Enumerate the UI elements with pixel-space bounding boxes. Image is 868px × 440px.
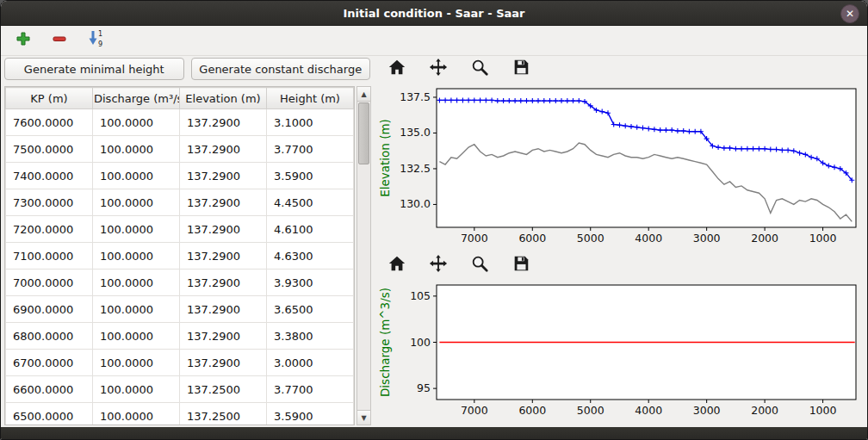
close-icon: ✕ xyxy=(846,9,854,19)
svg-text:2000: 2000 xyxy=(751,232,778,245)
table-cell[interactable]: 100.0000 xyxy=(93,216,180,243)
table-cell[interactable]: 4.6100 xyxy=(267,216,354,243)
zoom-button[interactable] xyxy=(468,253,492,277)
table-cell[interactable]: 3.7700 xyxy=(267,136,354,163)
table-cell[interactable]: 100.0000 xyxy=(93,376,180,403)
table-cell[interactable]: 100.0000 xyxy=(93,243,180,270)
table-row[interactable]: 7000.0000100.0000137.29003.9300 xyxy=(6,270,354,296)
generate-buttons-row: Generate minimal height Generate constan… xyxy=(1,55,374,85)
table-cell[interactable]: 3.3800 xyxy=(267,323,354,350)
table-cell[interactable]: 137.2900 xyxy=(180,323,267,350)
table-row[interactable]: 7400.0000100.0000137.29003.5900 xyxy=(6,163,354,189)
scroll-down-button[interactable]: ▼ xyxy=(357,410,370,425)
home-icon xyxy=(388,254,406,276)
table-cell[interactable]: 6600.0000 xyxy=(6,376,93,403)
table-cell[interactable]: 6800.0000 xyxy=(6,323,93,350)
table-cell[interactable]: 4.6300 xyxy=(267,243,354,270)
table-cell[interactable]: 7000.0000 xyxy=(6,270,93,296)
table-cell[interactable]: 7200.0000 xyxy=(6,216,93,243)
table-cell[interactable]: 3.1000 xyxy=(267,109,354,136)
save-button[interactable] xyxy=(509,253,533,277)
scroll-up-button[interactable]: ▲ xyxy=(357,87,370,102)
table-cell[interactable]: 137.2900 xyxy=(180,109,267,136)
table-cell[interactable]: 137.2900 xyxy=(180,243,267,270)
table-cell[interactable]: 7300.0000 xyxy=(6,189,93,216)
home-button[interactable] xyxy=(385,57,409,81)
table-row[interactable]: 7300.0000100.0000137.29004.4500 xyxy=(6,189,354,216)
svg-text:1000: 1000 xyxy=(809,404,837,417)
table-cell[interactable]: 4.4500 xyxy=(267,189,354,216)
table-row[interactable]: 6700.0000100.0000137.29003.0000 xyxy=(6,350,354,376)
elevation-chart[interactable]: 7000600050004000300020001000130.0132.513… xyxy=(376,83,864,251)
svg-text:130.0: 130.0 xyxy=(400,197,431,210)
table-cell[interactable]: 3.5900 xyxy=(267,403,354,426)
home-button[interactable] xyxy=(385,253,409,277)
table-cell[interactable]: 137.2900 xyxy=(180,296,267,323)
table-row[interactable]: 6600.0000100.0000137.25003.7700 xyxy=(6,376,354,403)
table-cell[interactable]: 137.2900 xyxy=(180,136,267,163)
save-button[interactable] xyxy=(509,57,533,81)
table-cell[interactable]: 137.2900 xyxy=(180,350,267,376)
main-toolbar: 1 9 xyxy=(1,26,867,56)
table-cell[interactable]: 100.0000 xyxy=(93,109,180,136)
table-scrollbar[interactable]: ▲ ▼ xyxy=(356,86,371,425)
table-cell[interactable]: 3.0000 xyxy=(267,350,354,376)
table-cell[interactable]: 137.2900 xyxy=(180,216,267,243)
table-cell[interactable]: 137.2500 xyxy=(180,403,267,426)
table-row[interactable]: 6800.0000100.0000137.29003.3800 xyxy=(6,323,354,350)
table-cell[interactable]: 3.5900 xyxy=(267,163,354,189)
table-cell[interactable]: 7400.0000 xyxy=(6,163,93,189)
table-cell[interactable]: 100.0000 xyxy=(93,403,180,426)
column-header-height[interactable]: Height (m) xyxy=(267,88,354,109)
zoom-button[interactable] xyxy=(468,57,492,81)
sort-button[interactable]: 1 9 xyxy=(84,28,108,53)
table-cell[interactable]: 137.2900 xyxy=(180,163,267,189)
table-cell[interactable]: 7500.0000 xyxy=(6,136,93,163)
initial-condition-table: KP (m) Discharge (m³/s) Elevation (m) He… xyxy=(4,86,355,425)
table-row[interactable]: 7200.0000100.0000137.29004.6100 xyxy=(6,216,354,243)
table-row[interactable]: 7100.0000100.0000137.29004.6300 xyxy=(6,243,354,270)
table-cell[interactable]: 137.2500 xyxy=(180,376,267,403)
remove-row-button[interactable] xyxy=(47,28,71,53)
table-cell[interactable]: 7600.0000 xyxy=(6,109,93,136)
generate-minimal-height-button[interactable]: Generate minimal height xyxy=(4,58,184,80)
pan-icon xyxy=(429,254,448,276)
table-cell[interactable]: 100.0000 xyxy=(93,323,180,350)
table-cell[interactable]: 6500.0000 xyxy=(6,403,93,426)
close-button[interactable]: ✕ xyxy=(840,4,859,23)
table-cell[interactable]: 100.0000 xyxy=(93,350,180,376)
column-header-elevation[interactable]: Elevation (m) xyxy=(180,88,267,109)
table-row[interactable]: 7500.0000100.0000137.29003.7700 xyxy=(6,136,354,163)
discharge-chart[interactable]: 700060005000400030002000100095100105Disc… xyxy=(376,279,864,424)
elevation-figure: 7000600050004000300020001000130.0132.513… xyxy=(376,83,865,251)
column-header-discharge[interactable]: Discharge (m³/s) xyxy=(93,88,180,109)
table-cell[interactable]: 137.2900 xyxy=(180,270,267,296)
scrollbar-thumb[interactable] xyxy=(358,102,369,164)
table-cell[interactable]: 7100.0000 xyxy=(6,243,93,270)
table-cell[interactable]: 3.7700 xyxy=(267,376,354,403)
generate-constant-discharge-button[interactable]: Generate constant discharge xyxy=(191,58,371,80)
title-bar[interactable]: Initial condition - Saar - Saar ✕ xyxy=(1,1,867,26)
table-row[interactable]: 6500.0000100.0000137.25003.5900 xyxy=(6,403,354,426)
add-row-button[interactable] xyxy=(11,28,35,53)
svg-text:6000: 6000 xyxy=(518,232,546,245)
column-header-kp[interactable]: KP (m) xyxy=(6,88,93,109)
table-cell[interactable]: 137.2900 xyxy=(180,189,267,216)
pan-button[interactable] xyxy=(426,253,450,277)
svg-text:5000: 5000 xyxy=(577,232,604,245)
table-cell[interactable]: 100.0000 xyxy=(93,296,180,323)
pan-button[interactable] xyxy=(426,57,450,81)
svg-text:135.0: 135.0 xyxy=(400,126,431,139)
table-cell[interactable]: 6900.0000 xyxy=(6,296,93,323)
table-cell[interactable]: 3.6500 xyxy=(267,296,354,323)
svg-text:3000: 3000 xyxy=(693,404,721,417)
home-icon xyxy=(388,58,406,80)
table-cell[interactable]: 100.0000 xyxy=(93,270,180,296)
table-row[interactable]: 6900.0000100.0000137.29003.6500 xyxy=(6,296,354,323)
table-cell[interactable]: 6700.0000 xyxy=(6,350,93,376)
table-cell[interactable]: 3.9300 xyxy=(267,270,354,296)
table-row[interactable]: 7600.0000100.0000137.29003.1000 xyxy=(6,109,354,136)
table-cell[interactable]: 100.0000 xyxy=(93,136,180,163)
table-cell[interactable]: 100.0000 xyxy=(93,189,180,216)
table-cell[interactable]: 100.0000 xyxy=(93,163,180,189)
